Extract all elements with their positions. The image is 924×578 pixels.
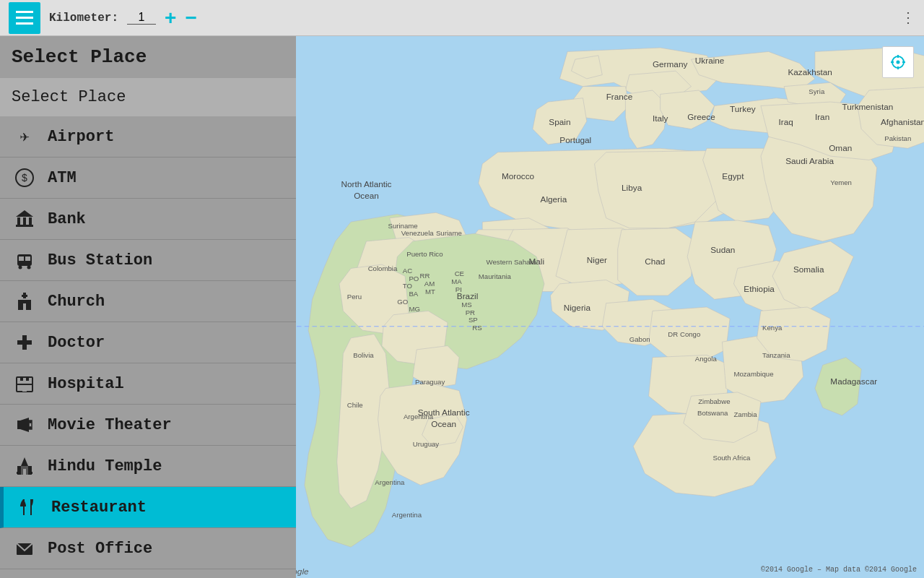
airport-label: Airport bbox=[48, 128, 114, 146]
kilometer-input[interactable] bbox=[127, 11, 156, 25]
svg-text:Ukraine: Ukraine bbox=[695, 56, 725, 65]
minus-button[interactable]: − bbox=[185, 8, 196, 28]
svg-text:Germany: Germany bbox=[653, 59, 688, 69]
movie-theater-label: Movie Theater bbox=[48, 416, 172, 434]
svg-text:Venezuela: Venezuela bbox=[401, 229, 435, 237]
svg-point-10 bbox=[19, 266, 22, 269]
place-item-bank[interactable]: Bank bbox=[0, 199, 296, 240]
hamburger-button[interactable] bbox=[9, 2, 40, 34]
place-item-atm[interactable]: $ ATM bbox=[0, 158, 296, 199]
svg-text:Argentina: Argentina bbox=[375, 478, 405, 486]
atm-icon: $ bbox=[12, 165, 38, 191]
svg-text:Italy: Italy bbox=[653, 113, 668, 123]
svg-text:Uruguay: Uruguay bbox=[413, 440, 440, 448]
svg-text:DR Congo: DR Congo bbox=[668, 330, 700, 338]
place-item-hospital[interactable]: Hospital bbox=[0, 363, 296, 405]
svg-text:Angola: Angola bbox=[695, 355, 718, 363]
doctor-icon bbox=[12, 329, 38, 355]
svg-text:TO: TO bbox=[403, 282, 413, 290]
svg-point-117 bbox=[897, 61, 900, 64]
svg-rect-5 bbox=[16, 225, 33, 227]
svg-text:CE: CE bbox=[455, 269, 464, 277]
place-item-post-office[interactable]: Post Office bbox=[0, 528, 296, 569]
map-area[interactable]: North Atlantic Ocean South Atlantic Ocea… bbox=[296, 36, 924, 578]
svg-text:Turkey: Turkey bbox=[730, 104, 756, 113]
svg-marker-29 bbox=[21, 457, 28, 466]
place-item-bus-station[interactable]: Bus Station bbox=[0, 240, 296, 281]
svg-rect-3 bbox=[23, 217, 26, 225]
svg-text:Bolivia: Bolivia bbox=[353, 351, 374, 359]
svg-text:Chad: Chad bbox=[645, 256, 665, 266]
place-item-church[interactable]: Church bbox=[0, 281, 296, 322]
svg-text:Ocean: Ocean bbox=[431, 419, 456, 428]
svg-text:Peru: Peru bbox=[347, 293, 362, 301]
place-item-police[interactable]: P Police bbox=[0, 569, 296, 578]
post-office-icon bbox=[12, 535, 38, 561]
svg-text:$: $ bbox=[22, 172, 27, 184]
svg-text:Pakistan: Pakistan bbox=[884, 134, 911, 142]
svg-rect-13 bbox=[22, 295, 27, 297]
svg-rect-22 bbox=[17, 384, 32, 385]
svg-text:Yemen: Yemen bbox=[830, 178, 852, 186]
kilometer-label: Kilometer: bbox=[49, 12, 118, 25]
svg-text:Paraguay: Paraguay bbox=[415, 378, 445, 386]
svg-text:Sudan: Sudan bbox=[710, 245, 735, 254]
svg-rect-8 bbox=[19, 256, 24, 261]
svg-text:PI: PI bbox=[456, 285, 462, 293]
location-button[interactable] bbox=[882, 46, 914, 78]
svg-text:Spain: Spain bbox=[549, 117, 570, 126]
svg-text:GO: GO bbox=[397, 298, 408, 306]
svg-text:Algeria: Algeria bbox=[541, 194, 567, 204]
map-attribution: ©2014 Google – Map data ©2014 Google bbox=[761, 566, 917, 574]
svg-text:Zimbabwe: Zimbabwe bbox=[698, 397, 730, 405]
svg-text:Chile: Chile bbox=[347, 401, 363, 409]
svg-text:MG: MG bbox=[409, 305, 420, 313]
svg-text:MA: MA bbox=[451, 277, 462, 285]
svg-rect-17 bbox=[17, 340, 32, 345]
svg-text:Ocean: Ocean bbox=[354, 191, 379, 200]
hospital-label: Hospital bbox=[48, 375, 124, 393]
svg-rect-19 bbox=[20, 377, 23, 381]
svg-text:Nigeria: Nigeria bbox=[564, 303, 591, 312]
place-item-movie-theater[interactable]: Movie Theater bbox=[0, 405, 296, 446]
movie-theater-icon bbox=[12, 412, 38, 438]
svg-rect-20 bbox=[26, 377, 29, 381]
svg-text:MT: MT bbox=[425, 288, 435, 296]
hospital-icon bbox=[12, 371, 38, 397]
bus-station-label: Bus Station bbox=[48, 251, 152, 269]
place-item-airport[interactable]: ✈ Airport bbox=[0, 116, 296, 158]
svg-text:Madagascar: Madagascar bbox=[830, 376, 877, 386]
svg-text:RS: RS bbox=[472, 324, 481, 332]
place-item-hindu-temple[interactable]: Hindu Temple bbox=[0, 446, 296, 487]
svg-text:Saudi Arabia: Saudi Arabia bbox=[785, 156, 834, 165]
svg-text:Google: Google bbox=[296, 566, 309, 576]
svg-marker-6 bbox=[16, 210, 33, 217]
sidebar-select-header: Select Place bbox=[0, 78, 296, 116]
svg-text:Iraq: Iraq bbox=[779, 117, 793, 126]
svg-text:SP: SP bbox=[468, 316, 478, 324]
more-options-icon[interactable]: ⋮ bbox=[901, 9, 915, 27]
church-label: Church bbox=[48, 293, 105, 311]
svg-rect-21 bbox=[22, 381, 27, 392]
place-item-restaurant[interactable]: Restaurant bbox=[0, 487, 296, 528]
hindu-temple-label: Hindu Temple bbox=[48, 457, 162, 475]
svg-text:AM: AM bbox=[424, 280, 435, 288]
svg-text:Niger: Niger bbox=[587, 255, 607, 264]
place-item-doctor[interactable]: Doctor bbox=[0, 322, 296, 363]
svg-text:Argentina: Argentina bbox=[392, 511, 422, 519]
svg-text:Oman: Oman bbox=[829, 143, 852, 152]
svg-text:Argentina: Argentina bbox=[404, 413, 434, 420]
svg-text:Turkmenistan: Turkmenistan bbox=[842, 102, 893, 111]
svg-text:France: France bbox=[606, 92, 633, 101]
svg-text:North Atlantic: North Atlantic bbox=[341, 179, 392, 189]
svg-text:Zambia: Zambia bbox=[733, 410, 757, 418]
sidebar-main-header: Select Place bbox=[0, 36, 296, 78]
bus-station-icon bbox=[12, 247, 38, 273]
svg-text:AC: AC bbox=[403, 267, 412, 275]
svg-text:Gabon: Gabon bbox=[629, 335, 650, 343]
plus-button[interactable]: + bbox=[165, 8, 176, 28]
svg-text:Egypt: Egypt bbox=[722, 171, 744, 181]
atm-label: ATM bbox=[48, 169, 77, 187]
svg-text:Mozambique: Mozambique bbox=[733, 370, 773, 378]
hindu-temple-icon bbox=[12, 453, 38, 479]
